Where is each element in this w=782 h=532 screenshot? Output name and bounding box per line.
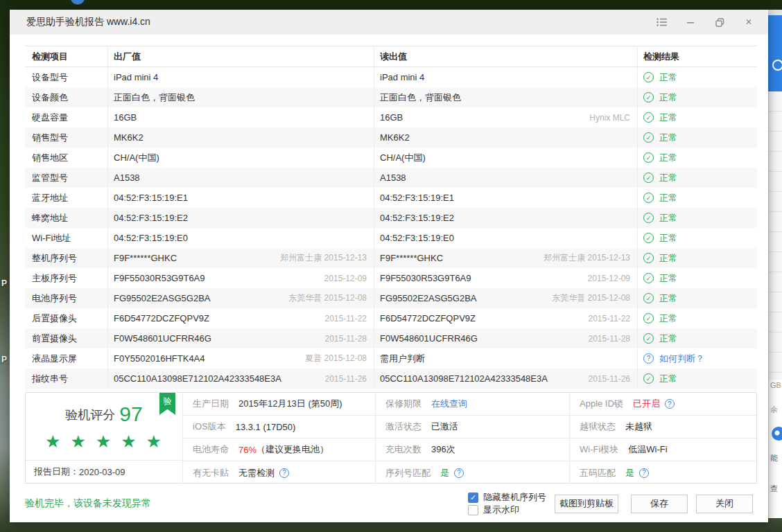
question-circle-icon[interactable]: ? [639, 468, 649, 478]
summary-field-label: 序列号匹配 [385, 467, 431, 479]
close-button[interactable]: 关闭 [696, 495, 753, 513]
summary-field-value[interactable]: 在线查询 [431, 398, 467, 410]
result-cell: ✓正常 [638, 328, 757, 348]
item-label: 主板序列号 [25, 268, 108, 288]
show-watermark-checkbox-label[interactable]: 显示水印 [483, 504, 519, 516]
save-button[interactable]: 保存 [631, 495, 688, 513]
background-window-header [768, 15, 782, 91]
item-label: 前置摄像头 [25, 328, 108, 348]
summary-panel: 验 验机评分97 ★★★★★ 报告日期：2020-03-09 生产日期2015年… [25, 392, 757, 484]
result-cell: ✓正常 [638, 168, 757, 188]
background-circle-icon [772, 60, 782, 71]
factory-value: F0W548601UCFRR46G [114, 333, 211, 344]
check-circle-icon: ✓ [643, 273, 654, 283]
factory-value: FG95502E2ASG5G2BA [114, 293, 210, 303]
summary-field: Apple ID锁已开启? [570, 393, 756, 416]
item-label: 整机序列号 [25, 248, 108, 268]
score-label: 验机评分 [65, 408, 115, 422]
table-row: 整机序列号F9F******GHKC郑州富士康 2015-12-13F9F***… [25, 248, 757, 268]
hide-serial-checkbox[interactable]: ✓ [468, 493, 478, 503]
result-cell: ✓正常 [638, 248, 757, 268]
window-title: 爱思助手验机报告 www.i4.cn [26, 16, 656, 28]
read-value: FG95502E2ASG5G2BA [380, 293, 476, 303]
summary-field: 五码匹配是? [570, 461, 756, 484]
report-window: 爱思助手验机报告 www.i4.cn × 检测项目 出厂值 读出值 检测结果 设… [10, 10, 768, 522]
check-circle-icon: ✓ [643, 92, 654, 103]
table-row: Wi-Fi地址04:52:F3:15:19:E004:52:F3:15:19:E… [25, 228, 757, 248]
table-row: 液晶显示屏F0Y5502016HFTK4A4夏普 2015-12-08需用户判断… [25, 348, 757, 369]
result-text: 正常 [659, 91, 677, 104]
result-text[interactable]: 如何判断？ [659, 353, 704, 365]
summary-field-value: 76% [238, 445, 257, 455]
background-window-sliver: GB 余 能 查 [768, 0, 782, 532]
question-circle-icon[interactable]: ? [279, 468, 289, 478]
factory-value-note: 2015-11-22 [325, 314, 367, 323]
summary-field-label: Wi-Fi模块 [580, 443, 618, 456]
summary-field: 生产日期2015年12月13日 (第50周) [183, 393, 375, 416]
result-cell: ✓正常 [638, 268, 757, 288]
item-label: 指纹串号 [25, 369, 108, 389]
read-value-note: 2015-11-22 [589, 314, 631, 323]
factory-value-note: 2015-11-26 [325, 374, 367, 384]
background-window-list [768, 91, 782, 380]
show-watermark-checkbox[interactable] [468, 505, 478, 515]
read-value: CH/A(中国) [380, 152, 426, 164]
check-circle-icon: ✓ [643, 293, 654, 303]
summary-field: iOS版本13.3.1 (17D50) [183, 416, 375, 438]
table-row: 后置摄像头F6D54772DCZFQPV9Z2015-11-22F6D54772… [25, 308, 757, 328]
menu-list-icon[interactable] [656, 17, 667, 28]
column-header: 检测结果 [638, 46, 757, 66]
read-value: F9F55030R53G9T6A9 [380, 273, 471, 283]
summary-field-label: 有无卡贴 [193, 467, 229, 479]
question-circle-icon[interactable]: ? [665, 399, 675, 409]
result-cell: ✓正常 [638, 148, 757, 168]
summary-field-value: 低温Wi-Fi [628, 443, 667, 456]
factory-value-note: 东莞华普 2015-12-08 [288, 292, 367, 304]
result-cell: ?如何判断？ [638, 348, 757, 369]
score-value: 97 [119, 402, 142, 425]
factory-value: F0Y5502016HFTK4A4 [114, 353, 205, 364]
result-text: 正常 [659, 232, 677, 245]
summary-field-label: 越狱状态 [580, 420, 616, 433]
item-label: Wi-Fi地址 [25, 228, 108, 248]
desktop-icon-label-fragment: P [1, 278, 7, 288]
factory-value: A1538 [114, 172, 140, 183]
factory-value: F9F55030R53G9T6A9 [114, 273, 205, 283]
factory-value: 04:52:F3:15:19:E0 [114, 233, 188, 243]
read-value-note: 2015-11-26 [589, 374, 631, 384]
question-circle-icon[interactable]: ? [643, 353, 654, 364]
result-text: 正常 [659, 212, 677, 224]
table-row: 设备型号iPad mini 4iPad mini 4✓正常 [25, 67, 757, 87]
result-cell: ✓正常 [638, 87, 757, 107]
close-icon[interactable]: × [743, 17, 754, 28]
item-label: 蓝牙地址 [25, 188, 108, 208]
check-circle-icon: ✓ [643, 193, 654, 203]
result-text: 正常 [659, 112, 677, 124]
table-row: 设备颜色正面白色，背面银色正面白色，背面银色✓正常 [25, 87, 757, 107]
factory-value-note: 2015-11-28 [325, 334, 367, 344]
read-value: 04:52:F3:15:19:E0 [380, 233, 454, 243]
hide-serial-checkbox-label[interactable]: 隐藏整机序列号 [483, 491, 546, 504]
table-row: 指纹串号05CC110A13098E712102A42333548E3A2015… [25, 369, 757, 389]
factory-value: MK6K2 [114, 132, 144, 143]
read-value: F0W548601UCFRR46G [380, 333, 478, 344]
read-value-note: 2015-12-09 [588, 274, 630, 283]
result-text: 正常 [659, 132, 677, 144]
item-label: 销售地区 [25, 148, 108, 168]
factory-value: F6D54772DCZFQPV9Z [114, 313, 209, 323]
restore-icon[interactable] [714, 17, 725, 28]
show-watermark-checkbox-group: 显示水印 [468, 504, 546, 516]
report-date-value: 2020-03-09 [79, 467, 125, 477]
summary-field-extra: （建议更换电池） [257, 443, 329, 456]
column-header: 读出值 [374, 46, 638, 66]
screenshot-to-clipboard-button[interactable]: 截图到剪贴板 [555, 495, 618, 513]
summary-field-label: iOS版本 [193, 420, 226, 433]
read-value: 04:52:F3:15:19:E1 [380, 193, 454, 203]
question-circle-icon[interactable]: ? [454, 468, 464, 478]
summary-field-value: 已激活 [431, 420, 458, 433]
table-row: 蜂窝地址04:52:F3:15:19:E204:52:F3:15:19:E2✓正… [25, 208, 757, 228]
item-label: 液晶显示屏 [25, 348, 108, 369]
minimize-icon[interactable] [685, 17, 696, 28]
summary-field-value: 13.3.1 (17D50) [236, 422, 296, 432]
factory-value-note: 夏普 2015-12-08 [305, 353, 367, 364]
